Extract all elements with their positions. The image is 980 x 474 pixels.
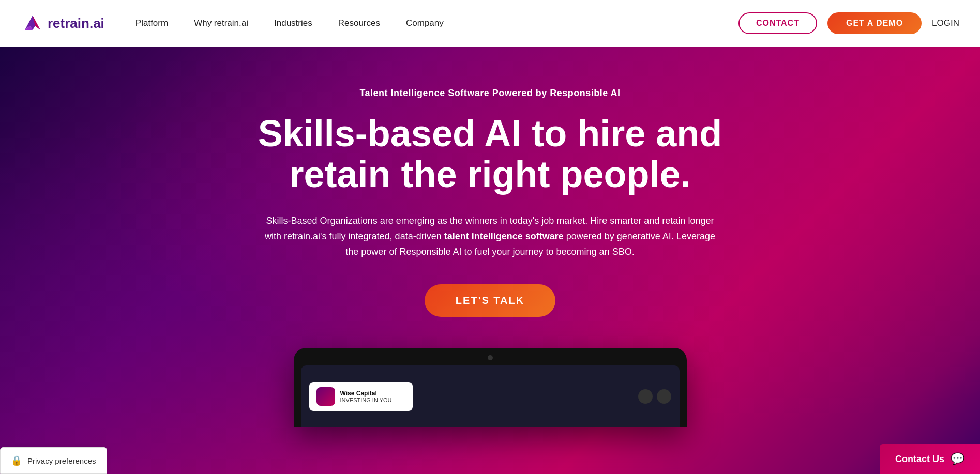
logo[interactable]: retrain.ai (21, 11, 104, 35)
device-card: Wise Capital INVESTING IN YOU (309, 382, 413, 411)
device-control-1 (638, 389, 653, 404)
contact-us-label: Contact Us (895, 454, 944, 465)
hero-title: Skills-based AI to hire and retain the r… (227, 113, 754, 195)
chat-icon: 💬 (951, 452, 964, 466)
login-button[interactable]: LOGIN (932, 18, 959, 28)
navbar: retrain.ai Platform Why retrain.ai Indus… (0, 0, 980, 47)
nav-industries[interactable]: Industries (274, 18, 312, 28)
get-demo-button[interactable]: GET A DEMO (827, 12, 922, 34)
nav-resources[interactable]: Resources (338, 18, 380, 28)
logo-icon (21, 11, 44, 35)
hero-section: Talent Intelligence Software Powered by … (0, 47, 980, 474)
nav-platform[interactable]: Platform (135, 18, 168, 28)
logo-text: retrain.ai (48, 16, 104, 32)
hero-subtitle: Talent Intelligence Software Powered by … (227, 88, 754, 99)
privacy-preferences-bar[interactable]: 🔒 Privacy preferences (0, 447, 107, 474)
nav-actions: CONTACT GET A DEMO LOGIN (738, 12, 959, 34)
lets-talk-button[interactable]: LET'S TALK (425, 284, 555, 317)
device-screen: Wise Capital INVESTING IN YOU (301, 365, 680, 427)
device-card-icon (316, 387, 335, 406)
device-controls (638, 389, 671, 404)
device-outer: Wise Capital INVESTING IN YOU (294, 348, 687, 427)
contact-button[interactable]: CONTACT (738, 12, 817, 34)
hero-desc-bold: talent intelligence software (444, 231, 564, 241)
nav-company[interactable]: Company (406, 18, 444, 28)
hero-description: Skills-Based Organizations are emerging … (258, 213, 723, 259)
device-company-name: Wise Capital (340, 390, 392, 397)
device-company-sub: INVESTING IN YOU (340, 397, 392, 403)
contact-us-bar[interactable]: Contact Us 💬 (880, 444, 980, 474)
device-mockup: Wise Capital INVESTING IN YOU (294, 348, 687, 427)
device-camera (488, 355, 493, 360)
nav-links: Platform Why retrain.ai Industries Resou… (135, 18, 738, 28)
device-card-info: Wise Capital INVESTING IN YOU (340, 390, 392, 403)
hero-content: Talent Intelligence Software Powered by … (206, 88, 775, 317)
device-control-2 (657, 389, 671, 404)
nav-why[interactable]: Why retrain.ai (194, 18, 248, 28)
privacy-icon: 🔒 (11, 455, 22, 466)
privacy-label: Privacy preferences (27, 456, 96, 465)
